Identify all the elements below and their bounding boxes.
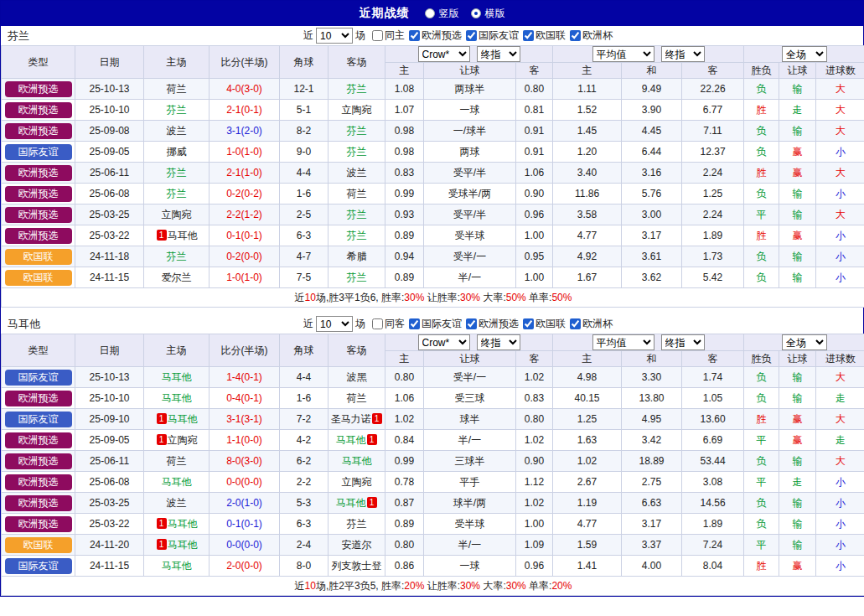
score-cell: 3-1(2-0) [210, 121, 280, 142]
competition-badge: 欧洲预选 [5, 123, 72, 139]
score-cell: 0-2(0-0) [210, 246, 280, 267]
red-card-icon: 1 [157, 518, 167, 529]
competition-filter[interactable]: 国际友谊 [409, 317, 462, 331]
competition-filter-checkbox[interactable] [409, 318, 420, 329]
column-header: 比分(半场) [210, 334, 280, 367]
goals-result-cell: 小 [816, 225, 864, 246]
column-header: 主场 [144, 334, 210, 367]
corner-cell: 6-3 [280, 514, 329, 535]
team-name: 马耳他 [168, 413, 198, 425]
games-count-select[interactable]: 10 [316, 316, 353, 332]
asian-stage-select[interactable]: 终指 [477, 334, 520, 350]
euro-stage-select[interactable]: 终指 [661, 46, 705, 62]
asian-odds-cell: 0.80 [385, 535, 424, 556]
score-text: 0-1(0-1) [226, 230, 262, 241]
layout-radio-vertical[interactable]: 竖版 [425, 7, 459, 21]
euro-stage-select[interactable]: 终指 [661, 334, 705, 350]
scope-select[interactable]: 全场 [782, 46, 827, 62]
team-name: 圣马力诺 [331, 413, 371, 425]
competition-filter-checkbox[interactable] [409, 30, 420, 41]
summary-text: 10 [305, 580, 316, 592]
competition-filter-checkbox[interactable] [523, 318, 534, 329]
team-name: 马耳他 [162, 560, 192, 572]
team-name: 芬兰 [347, 209, 367, 220]
summary-text: 近 [295, 580, 305, 592]
date-cell: 25-03-22 [75, 225, 144, 246]
goals-result-cell: 小 [816, 267, 864, 288]
team-cell: 马耳他 [162, 371, 192, 383]
sub-header: 让球 [779, 63, 816, 79]
sub-header: 客 [516, 63, 553, 79]
type-cell: 欧洲预选 [2, 100, 75, 121]
asian-stage-select[interactable]: 终指 [477, 46, 520, 62]
home-team-cell: 1立陶宛 [144, 430, 210, 451]
euro-odds-cell: 1.45 [553, 121, 622, 142]
competition-filter[interactable]: 欧洲预选 [409, 28, 462, 43]
handicap-result-cell: 走 [779, 472, 816, 493]
competition-filter[interactable]: 欧洲杯 [570, 317, 613, 331]
same-venue-filter-checkbox[interactable] [372, 318, 383, 329]
filter-controls: 近10场同主欧洲预选国际友谊欧国联欧洲杯 [301, 28, 613, 44]
home-team-cell: 芬兰 [144, 246, 210, 267]
date-cell: 25-03-25 [75, 493, 144, 514]
competition-filter[interactable]: 欧国联 [523, 28, 566, 43]
competition-filter[interactable]: 欧洲杯 [570, 28, 613, 43]
radio-icon[interactable] [425, 8, 435, 18]
asian-odds-cell: 0.80 [516, 79, 553, 100]
asian-odds-cell: 1.00 [516, 514, 553, 535]
asian-odds-cell: 1.00 [516, 267, 553, 288]
team-cell: 挪威 [167, 146, 187, 158]
team-name: 立陶宛 [342, 104, 372, 116]
goals-result-cell: 小 [816, 142, 864, 163]
competition-filter[interactable]: 欧洲预选 [466, 317, 519, 331]
team-name: 荷兰 [167, 455, 187, 467]
euro-average-select[interactable]: 平均值 [592, 46, 654, 62]
competition-filter-checkbox[interactable] [570, 318, 581, 329]
corner-cell: 4-4 [280, 367, 329, 388]
summary-text: 50% [506, 292, 526, 303]
handicap-cell: 半/一 [424, 267, 516, 288]
scope-select[interactable]: 全场 [782, 334, 827, 350]
euro-odds-cell: 2.24 [682, 163, 744, 184]
home-team-cell: 芬兰 [144, 100, 210, 121]
team-name: 波兰 [347, 167, 367, 179]
corner-cell: 4-2 [280, 430, 329, 451]
asian-odds-cell: 1.02 [516, 493, 553, 514]
same-venue-filter[interactable]: 同客 [372, 317, 405, 331]
column-header: 类型 [2, 46, 75, 79]
competition-filter-checkbox[interactable] [523, 30, 534, 41]
same-venue-filter-checkbox[interactable] [372, 30, 383, 41]
type-cell: 欧国联 [2, 246, 75, 267]
euro-odds-dropdowns: 平均值终指 [553, 46, 744, 63]
asian-odds-cell: 1.07 [385, 100, 424, 121]
team-name: 立陶宛 [168, 434, 198, 446]
section-gap [1, 308, 863, 314]
handicap-result-cell: 赢 [779, 409, 816, 430]
handicap-cell: 一/球半 [424, 121, 516, 142]
summary-text: 30% [460, 580, 480, 592]
away-team-cell: 马耳他1 [329, 430, 385, 451]
competition-filter-checkbox[interactable] [466, 318, 477, 329]
competition-filter-checkbox[interactable] [570, 30, 581, 41]
layout-radio-horizontal[interactable]: 横版 [471, 7, 505, 21]
score-text: 4-0(3-0) [226, 83, 262, 95]
bookmaker-select[interactable]: Crow* [418, 46, 470, 62]
competition-filter-checkbox[interactable] [466, 30, 477, 41]
competition-filter[interactable]: 国际友谊 [466, 28, 519, 43]
score-text: 8-0(3-0) [226, 455, 262, 467]
euro-average-select[interactable]: 平均值 [592, 334, 654, 350]
asian-odds-cell: 1.00 [516, 225, 553, 246]
euro-odds-cell: 1.02 [553, 451, 622, 472]
team-cell: 芬兰 [347, 272, 367, 283]
bookmaker-select[interactable]: Crow* [418, 334, 470, 350]
euro-odds-cell: 3.42 [622, 430, 682, 451]
competition-filter[interactable]: 欧国联 [523, 317, 566, 331]
same-venue-filter[interactable]: 同主 [372, 28, 405, 43]
euro-odds-cell: 1.05 [682, 388, 744, 409]
team-name: 芬兰 [347, 125, 367, 137]
match-row: 欧洲预选25-09-08波兰3-1(2-0)8-2芬兰0.98一/球半0.911… [2, 121, 864, 142]
team-cell: 安道尔 [342, 539, 372, 551]
radio-icon[interactable] [471, 8, 481, 18]
score-text: 1-0(1-0) [226, 146, 262, 158]
games-count-select[interactable]: 10 [316, 28, 353, 44]
